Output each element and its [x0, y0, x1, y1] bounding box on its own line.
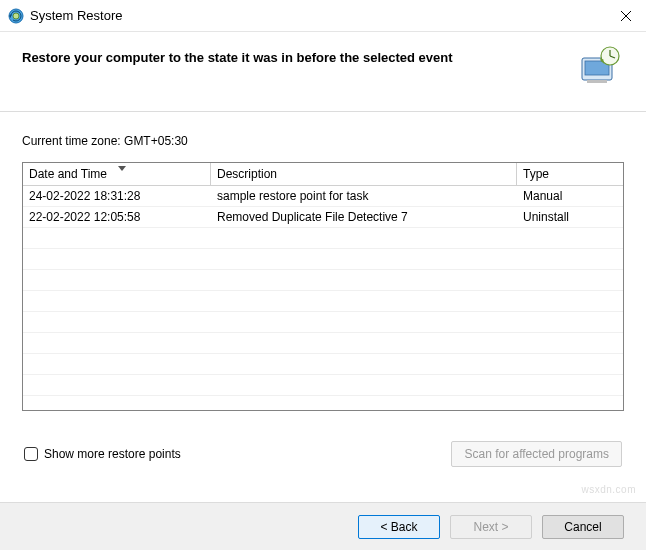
table-row[interactable]: 22-02-2022 12:05:58 Removed Duplicate Fi…	[23, 207, 623, 228]
cell-type: Manual	[517, 189, 623, 203]
table-row[interactable]	[23, 354, 623, 375]
below-table-row: Show more restore points Scan for affect…	[22, 441, 624, 467]
system-restore-icon	[8, 8, 24, 24]
cell-type: Uninstall	[517, 210, 623, 224]
wizard-footer: < Back Next > Cancel	[0, 502, 646, 550]
table-row[interactable]: 24-02-2022 18:31:28 sample restore point…	[23, 186, 623, 207]
column-header-description[interactable]: Description	[211, 163, 517, 186]
timezone-label: Current time zone: GMT+05:30	[22, 134, 624, 148]
column-header-description-label: Description	[217, 167, 277, 181]
scan-affected-button: Scan for affected programs	[451, 441, 622, 467]
column-header-date[interactable]: Date and Time	[23, 163, 211, 186]
watermark: wsxdn.com	[581, 484, 636, 495]
restore-hero-icon	[578, 44, 622, 89]
svg-rect-7	[587, 80, 607, 83]
table-row[interactable]	[23, 312, 623, 333]
column-header-type-label: Type	[523, 167, 549, 181]
cancel-button[interactable]: Cancel	[542, 515, 624, 539]
back-button[interactable]: < Back	[358, 515, 440, 539]
wizard-header: Restore your computer to the state it wa…	[0, 32, 646, 111]
table-row[interactable]	[23, 375, 623, 396]
table-row[interactable]	[23, 333, 623, 354]
column-header-date-label: Date and Time	[29, 167, 107, 181]
table-row[interactable]	[23, 270, 623, 291]
header-text: Restore your computer to the state it wa…	[22, 50, 453, 65]
svg-point-2	[13, 13, 19, 19]
window-title: System Restore	[30, 8, 122, 23]
next-button: Next >	[450, 515, 532, 539]
table-row[interactable]	[23, 291, 623, 312]
cell-date: 22-02-2022 12:05:58	[23, 210, 211, 224]
show-more-checkbox[interactable]	[24, 447, 38, 461]
titlebar: System Restore	[0, 0, 646, 32]
svg-marker-12	[118, 166, 126, 171]
show-more-label: Show more restore points	[44, 447, 181, 461]
table-row[interactable]	[23, 249, 623, 270]
show-more-checkbox-row[interactable]: Show more restore points	[24, 447, 181, 461]
close-icon	[620, 10, 632, 22]
table-body: 24-02-2022 18:31:28 sample restore point…	[23, 186, 623, 410]
table-row[interactable]	[23, 228, 623, 249]
cell-description: Removed Duplicate File Detective 7	[211, 210, 517, 224]
table-header: Date and Time Description Type	[23, 163, 623, 186]
restore-points-table: Date and Time Description Type 24-02-202…	[22, 162, 624, 411]
content-area: Current time zone: GMT+05:30 Date and Ti…	[0, 112, 646, 477]
close-button[interactable]	[606, 2, 646, 30]
cell-description: sample restore point for task	[211, 189, 517, 203]
sort-indicator-icon	[118, 161, 126, 175]
column-header-type[interactable]: Type	[517, 163, 623, 186]
cell-date: 24-02-2022 18:31:28	[23, 189, 211, 203]
titlebar-left: System Restore	[8, 8, 122, 24]
